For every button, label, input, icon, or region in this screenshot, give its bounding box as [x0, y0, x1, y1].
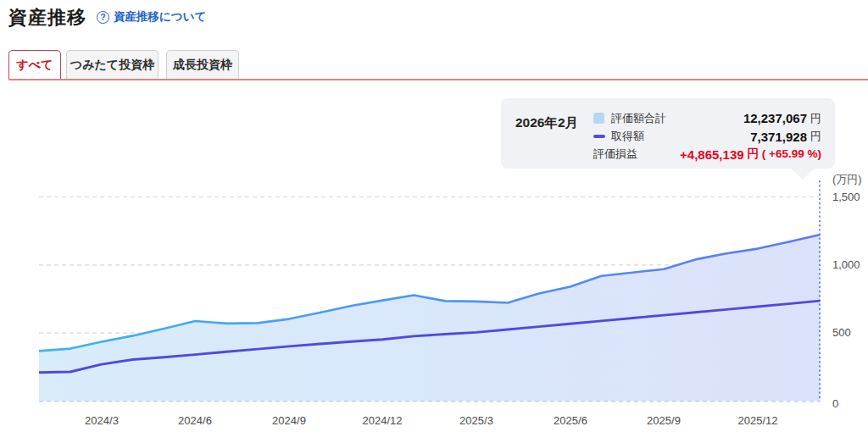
- y-tick-1500: 1,500: [832, 191, 866, 203]
- profit-unit: 円 ( +65.99 %): [748, 147, 821, 162]
- valuation-label: 評価額合計: [611, 111, 666, 126]
- valuation-area-fill: [39, 235, 821, 401]
- y-axis-unit-label: (万円): [832, 172, 866, 187]
- x-tick-2024-6: 2024/6: [157, 414, 233, 427]
- asset-transition-chart[interactable]: [0, 0, 868, 443]
- x-tick-2024-9: 2024/9: [251, 414, 327, 427]
- x-tick-2025-9: 2025/9: [626, 414, 702, 427]
- x-tick-2025-12: 2025/12: [720, 414, 796, 427]
- y-tick-500: 500: [832, 326, 866, 339]
- valuation-area-swatch-icon: [593, 113, 604, 124]
- x-tick-2024-3: 2024/3: [64, 414, 140, 427]
- x-tick-2025-6: 2025/6: [532, 414, 609, 427]
- valuation-value: 12,237,067: [743, 111, 807, 125]
- tooltip-row-valuation: 評価額合計 12,237,067 円: [593, 109, 821, 127]
- chart-tooltip: 2026年2月 評価額合計 12,237,067 円 取得額 7,371,928…: [501, 98, 835, 169]
- profit-value: +4,865,139: [680, 147, 744, 162]
- tooltip-date: 2026年2月: [515, 114, 578, 132]
- tooltip-caret: [791, 169, 815, 180]
- x-tick-2024-12: 2024/12: [344, 414, 420, 427]
- y-tick-0: 0: [832, 397, 866, 410]
- x-tick-2025-3: 2025/3: [438, 414, 515, 427]
- y-tick-1000: 1,000: [832, 258, 866, 271]
- acquisition-line-swatch-icon: [593, 135, 605, 138]
- tooltip-row-profit: 評価損益 +4,865,139 円 ( +65.99 %): [593, 146, 821, 163]
- acquisition-value: 7,371,928: [750, 130, 807, 144]
- valuation-unit: 円: [810, 111, 821, 126]
- tab-all[interactable]: すべて: [8, 50, 61, 79]
- acquisition-label: 取得額: [611, 129, 644, 144]
- profit-label: 評価損益: [593, 147, 637, 162]
- acquisition-unit: 円: [810, 129, 821, 144]
- tooltip-row-acquisition: 取得額 7,371,928 円: [593, 127, 821, 145]
